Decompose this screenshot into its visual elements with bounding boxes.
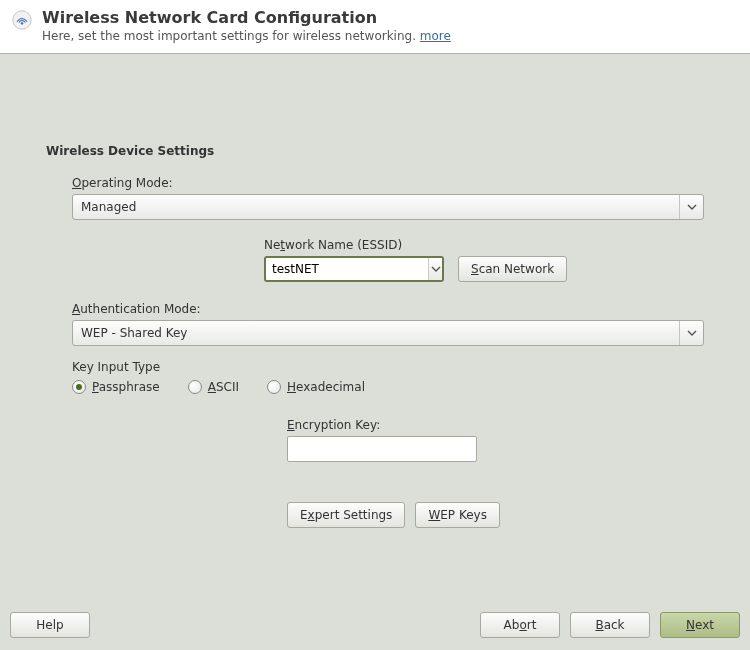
chevron-down-icon [679, 321, 703, 345]
encryption-key-label: Encryption Key: [287, 418, 704, 432]
footer: Help Abort Back Next [0, 600, 750, 650]
auth-mode-label: Authentication Mode: [72, 302, 704, 316]
header: Wireless Network Card Configuration Here… [0, 0, 750, 54]
page-title: Wireless Network Card Configuration [42, 8, 451, 27]
wireless-icon [12, 10, 32, 30]
svg-point-1 [21, 22, 24, 25]
radio-ascii[interactable]: ASCII [188, 380, 239, 394]
back-button[interactable]: Back [570, 612, 650, 638]
next-button[interactable]: Next [660, 612, 740, 638]
radio-dot-icon [188, 380, 202, 394]
key-input-type-group: Passphrase ASCII Hexadecimal [72, 380, 704, 394]
chevron-down-icon [679, 195, 703, 219]
key-input-type-label: Key Input Type [72, 360, 704, 374]
encryption-key-group: Encryption Key: [287, 418, 704, 462]
auth-mode-value: WEP - Shared Key [81, 326, 187, 340]
radio-passphrase[interactable]: Passphrase [72, 380, 160, 394]
auth-mode-select[interactable]: WEP - Shared Key [72, 320, 704, 346]
more-link[interactable]: more [420, 29, 451, 43]
operating-mode-label: Operating Mode: [72, 176, 704, 190]
section-title: Wireless Device Settings [46, 144, 704, 158]
scan-network-button[interactable]: Scan Network [458, 256, 567, 282]
help-button[interactable]: Help [10, 612, 90, 638]
essid-label: Network Name (ESSID) [264, 238, 684, 252]
page-subtitle: Here, set the most important settings fo… [42, 29, 451, 43]
radio-dot-icon [267, 380, 281, 394]
header-text: Wireless Network Card Configuration Here… [42, 8, 451, 43]
radio-dot-icon [72, 380, 86, 394]
essid-input[interactable] [266, 258, 428, 280]
radio-hexadecimal[interactable]: Hexadecimal [267, 380, 365, 394]
operating-mode-value: Managed [81, 200, 136, 214]
wep-keys-button[interactable]: WEP Keys [415, 502, 500, 528]
essid-combobox[interactable] [264, 256, 444, 282]
abort-button[interactable]: Abort [480, 612, 560, 638]
operating-mode-select[interactable]: Managed [72, 194, 704, 220]
advanced-buttons: Expert Settings WEP Keys [287, 502, 704, 528]
content: Wireless Device Settings Operating Mode:… [0, 54, 750, 528]
encryption-key-input[interactable] [287, 436, 477, 462]
expert-settings-button[interactable]: Expert Settings [287, 502, 405, 528]
chevron-down-icon[interactable] [428, 258, 442, 280]
